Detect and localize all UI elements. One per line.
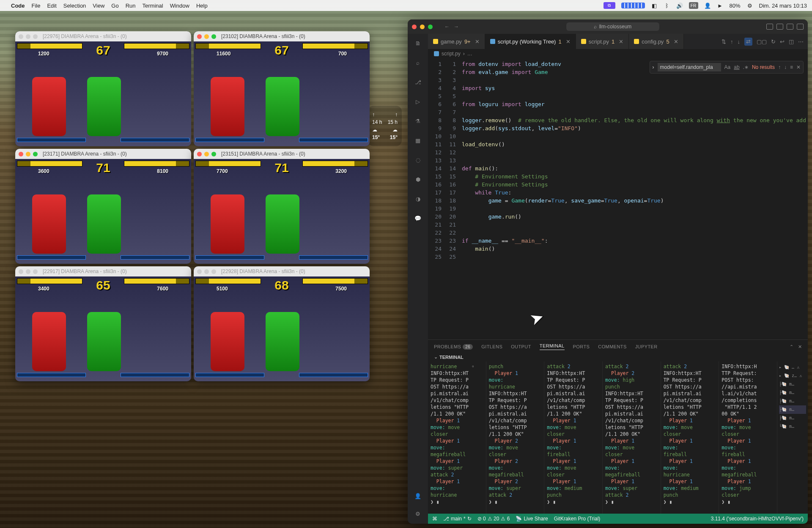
editor-tab[interactable]: game.py 9+ ✕: [428, 34, 485, 49]
terminal-grid[interactable]: hurricane ◦ INFO:httpx:HT TP Request: P …: [428, 361, 808, 514]
game-window[interactable]: [23151] DIAMBRA Arena - sfiii3n - (0) 71…: [194, 149, 370, 264]
remote-indicator[interactable]: ⌘: [432, 516, 437, 522]
minimize-window-icon[interactable]: [420, 25, 425, 29]
code-line[interactable]: 44import sys: [428, 84, 808, 92]
minimize-icon[interactable]: [26, 269, 30, 274]
panel-tab-gitlens[interactable]: GITLENS: [481, 344, 502, 349]
maximize-icon[interactable]: [211, 152, 216, 156]
game-titlebar[interactable]: [23151] DIAMBRA Arena - sfiii3n - (0): [194, 149, 370, 159]
terminal-pane[interactable]: attack 2 Player 2 move: high punch INFO:…: [603, 361, 661, 514]
maximize-icon[interactable]: [33, 152, 38, 156]
game-window[interactable]: [23102] DIAMBRA Arena - sfiii3n - (0) 67…: [194, 31, 370, 146]
game-titlebar[interactable]: [23171] DIAMBRA Arena - sfiii3n - (0): [15, 149, 191, 159]
menu-edit[interactable]: Edit: [47, 3, 56, 9]
code-line[interactable]: 1515 # Environment Settings: [428, 172, 808, 181]
layout-icon[interactable]: [797, 24, 804, 30]
game-titlebar[interactable]: [22917] DIAMBRA Arena - sfiii3n - (0): [15, 266, 191, 276]
volume-icon[interactable]: 🔊: [676, 2, 683, 9]
run-debug-icon[interactable]: ▷: [413, 96, 423, 107]
panel-tab-comments[interactable]: COMMENTS: [598, 344, 626, 349]
app-name[interactable]: Code: [11, 3, 25, 9]
terminal-pane[interactable]: INFO:httpx:H TTP Request: POST https: //…: [719, 361, 777, 514]
code-line[interactable]: 77: [428, 108, 808, 116]
menu-selection[interactable]: Selection: [63, 3, 86, 9]
close-icon[interactable]: [19, 152, 23, 156]
nav-forward-icon[interactable]: →: [454, 24, 459, 30]
close-icon[interactable]: [197, 269, 202, 274]
panel-tab-output[interactable]: OUTPUT: [511, 344, 531, 349]
code-line[interactable]: 1313: [428, 156, 808, 164]
chat-icon[interactable]: 💬: [413, 213, 423, 223]
compare-icon[interactable]: ⇅: [721, 38, 726, 45]
more-actions-icon[interactable]: ⋯: [798, 38, 804, 45]
editor-tab[interactable]: config.py 5 ✕: [629, 34, 683, 49]
code-line[interactable]: 1616 # Environment Settings: [428, 181, 808, 189]
refresh-icon[interactable]: ↻: [771, 38, 776, 45]
nav-back-icon[interactable]: ←: [444, 24, 450, 30]
command-center[interactable]: ⌕ llm-colosseum: [566, 22, 659, 31]
terminal-pane[interactable]: hurricane ◦ INFO:httpx:HT TP Request: P …: [428, 361, 486, 514]
code-line[interactable]: 2424 main(): [428, 245, 808, 253]
github-icon[interactable]: ◌: [413, 155, 423, 165]
menu-help[interactable]: Help: [196, 3, 208, 9]
code-line[interactable]: 1111load_dotenv(): [428, 140, 808, 148]
game-titlebar[interactable]: [22976] DIAMBRA Arena - sfiii3n - (0): [15, 31, 191, 41]
panel-tab-terminal[interactable]: TERMINAL: [540, 343, 565, 350]
close-window-icon[interactable]: [412, 25, 417, 29]
terminal-pane[interactable]: attack 2 INFO:httpx:HT TP Request: P OST…: [544, 361, 603, 514]
source-control-icon[interactable]: ⎇: [413, 77, 423, 87]
split-editor-icon[interactable]: ◫: [789, 38, 794, 45]
breadcrumb[interactable]: script.py ›…: [428, 49, 808, 58]
clock[interactable]: Dim. 24 mars 10:13: [759, 3, 807, 9]
code-line[interactable]: 1919: [428, 205, 808, 213]
explorer-icon[interactable]: 🗎: [413, 38, 423, 48]
panel-tab-jupyter[interactable]: JUPYTER: [635, 344, 658, 349]
code-line[interactable]: 88logger.remove() # remove the old handl…: [428, 116, 808, 124]
extensions-icon[interactable]: ▦: [413, 135, 423, 145]
menu-go[interactable]: Go: [111, 3, 118, 9]
find-filter-icon[interactable]: ≡: [790, 64, 793, 70]
close-tab-icon[interactable]: ✕: [619, 38, 623, 45]
menu-window[interactable]: Window: [170, 3, 189, 9]
match-word-icon[interactable]: ab: [734, 64, 739, 70]
maximize-icon[interactable]: [211, 34, 216, 39]
terminal-pane[interactable]: attack 2 INFO:httpx:HT TP Request: P OST…: [661, 361, 719, 514]
bluetooth-icon[interactable]: ᛒ: [664, 2, 670, 9]
live-share[interactable]: 📡 Live Share: [516, 516, 548, 522]
testing-icon[interactable]: ⚗: [413, 116, 423, 126]
code-editor[interactable]: 11from dotenv import load_dotenv22from e…: [428, 58, 808, 263]
match-case-icon[interactable]: Aa: [724, 64, 731, 70]
close-tab-icon[interactable]: ✕: [566, 38, 571, 45]
close-icon[interactable]: [197, 152, 202, 156]
problems-status[interactable]: ⊘ 0 ⚠ 20 ⚠ 6: [477, 516, 510, 522]
code-line[interactable]: 99logger.add(sys.stdout, level="INFO"): [428, 124, 808, 132]
find-widget[interactable]: › Aa ab .∗ No results ↑ ↓ ≡ ✕: [650, 61, 804, 74]
maximize-icon[interactable]: [211, 269, 216, 274]
menu-run[interactable]: Run: [126, 3, 136, 9]
next-change-icon[interactable]: ↓: [738, 38, 741, 45]
python-env-icon[interactable]: ⬢: [413, 174, 423, 184]
search-icon[interactable]: ⌕: [413, 57, 423, 68]
python-interpreter[interactable]: 3.11.4 ('secondbrain-HMhzOVVf-Pipenv'): [711, 516, 804, 522]
layout-icon[interactable]: [776, 24, 783, 30]
toggle-icon[interactable]: ▢▢: [757, 38, 767, 45]
close-icon[interactable]: [197, 34, 202, 39]
minimize-icon[interactable]: [204, 269, 209, 274]
minimize-icon[interactable]: [204, 34, 209, 39]
find-prev-icon[interactable]: ↑: [778, 64, 781, 70]
git-branch[interactable]: ⎇ main* ↻: [443, 516, 472, 522]
minimize-icon[interactable]: [26, 152, 30, 156]
maximize-window-icon[interactable]: [428, 25, 433, 29]
close-tab-icon[interactable]: ✕: [674, 38, 678, 45]
code-line[interactable]: 2525: [428, 253, 808, 261]
code-line[interactable]: 2323if __name__ == "__main__":: [428, 237, 808, 245]
screen-record-indicator[interactable]: ⧉: [604, 2, 615, 9]
code-line[interactable]: 1212: [428, 148, 808, 156]
code-line[interactable]: 2222: [428, 229, 808, 237]
menu-terminal[interactable]: Terminal: [143, 3, 163, 9]
gitkraken-status[interactable]: GitKraken Pro (Trial): [554, 516, 601, 522]
game-window[interactable]: [22976] DIAMBRA Arena - sfiii3n - (0) 67…: [15, 31, 191, 146]
close-icon[interactable]: [19, 269, 23, 274]
prev-change-icon[interactable]: ↑: [730, 38, 733, 45]
settings-gear-icon[interactable]: ⚙: [413, 509, 423, 519]
